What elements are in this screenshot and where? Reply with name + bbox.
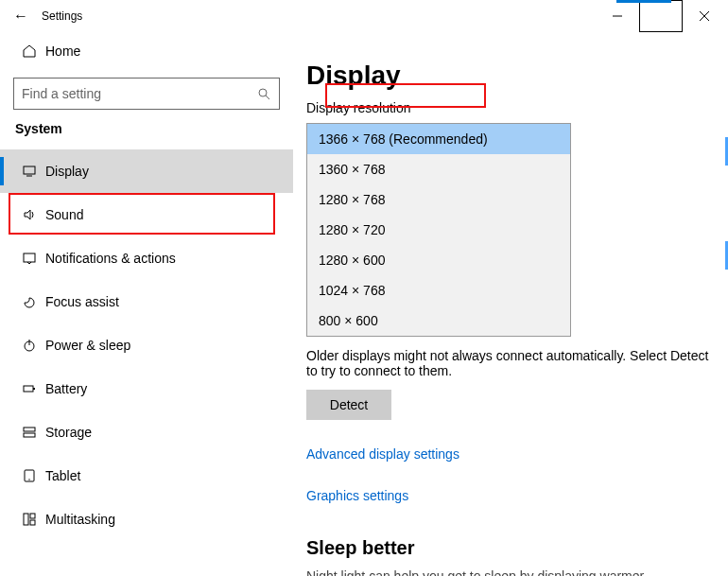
resolution-option[interactable]: 1360 × 768 [307,154,570,184]
sidebar-item-multitasking[interactable]: Multitasking [0,497,293,541]
sleep-better-heading: Sleep better [306,537,715,559]
home-link[interactable]: Home [13,32,280,70]
sidebar-item-label: Tablet [45,468,80,483]
sidebar-item-display[interactable]: Display [0,149,293,193]
minimize-button[interactable] [596,0,639,32]
titlebar: ← Settings [0,0,728,32]
sidebar-item-storage[interactable]: Storage [0,410,293,454]
svg-rect-18 [30,520,35,525]
sidebar-item-label: Focus assist [45,294,119,309]
back-button[interactable]: ← [0,8,42,25]
search-icon [256,86,271,101]
window-accent [616,0,671,3]
resolution-option[interactable]: 1280 × 720 [307,215,570,245]
svg-rect-11 [33,388,35,390]
home-icon [13,44,45,59]
home-label: Home [45,44,80,59]
storage-icon [13,425,45,440]
sidebar-item-label: Sound [45,207,83,222]
tablet-icon [13,468,45,483]
sidebar-item-label: Power & sleep [45,338,130,353]
detect-button[interactable]: Detect [306,390,391,420]
graphics-settings-link[interactable]: Graphics settings [306,488,715,503]
maximize-button[interactable] [639,0,683,32]
sleep-better-text: Night light can help you get to sleep by… [306,568,715,576]
sidebar-item-tablet[interactable]: Tablet [0,454,293,497]
svg-point-3 [259,89,267,96]
resolution-option[interactable]: 800 × 600 [307,305,570,336]
svg-rect-13 [24,433,35,437]
section-title: System [15,121,278,136]
advanced-display-link[interactable]: Advanced display settings [306,446,715,462]
resolution-option[interactable]: 1366 × 768 (Recommended) [307,124,570,154]
sidebar-item-label: Storage [45,425,92,440]
search-placeholder: Find a setting [22,86,256,101]
sidebar-item-label: Multitasking [45,512,115,527]
resolution-dropdown[interactable]: 1366 × 768 (Recommended)1360 × 7681280 ×… [306,123,571,337]
sidebar-item-label: Display [45,164,89,179]
window-title: Settings [42,9,82,23]
power-icon [13,338,45,353]
main-panel: Display Display resolution 1366 × 768 (R… [293,32,728,576]
svg-line-4 [266,96,269,99]
detect-text: Older displays might not always connect … [306,348,715,378]
sound-icon [13,207,45,222]
display-icon [13,164,45,179]
svg-rect-10 [24,386,33,392]
sidebar-item-battery[interactable]: Battery [0,367,293,410]
page-title: Display [306,61,715,91]
resolution-option[interactable]: 1280 × 600 [307,245,570,275]
battery-icon [13,381,45,396]
svg-rect-12 [24,428,35,431]
close-button[interactable] [683,0,726,32]
sidebar-item-power-sleep[interactable]: Power & sleep [0,323,293,367]
search-input[interactable]: Find a setting [13,78,280,110]
svg-point-15 [28,479,29,480]
svg-rect-16 [24,514,28,525]
multi-icon [13,512,45,527]
svg-rect-17 [30,514,35,518]
sidebar-item-label: Notifications & actions [45,251,176,266]
resolution-option[interactable]: 1024 × 768 [307,275,570,305]
resolution-option[interactable]: 1280 × 768 [307,184,570,215]
sidebar-item-sound[interactable]: Sound [0,193,293,236]
sidebar-item-focus-assist[interactable]: Focus assist [0,280,293,323]
sidebar: Home Find a setting System DisplaySoundN… [0,32,293,576]
sidebar-item-notifications-actions[interactable]: Notifications & actions [0,236,293,280]
notifications-icon [13,251,45,266]
sidebar-item-label: Battery [45,381,87,396]
resolution-label: Display resolution [306,100,715,115]
focus-icon [13,294,45,309]
svg-rect-7 [24,253,35,262]
svg-rect-5 [24,166,35,174]
